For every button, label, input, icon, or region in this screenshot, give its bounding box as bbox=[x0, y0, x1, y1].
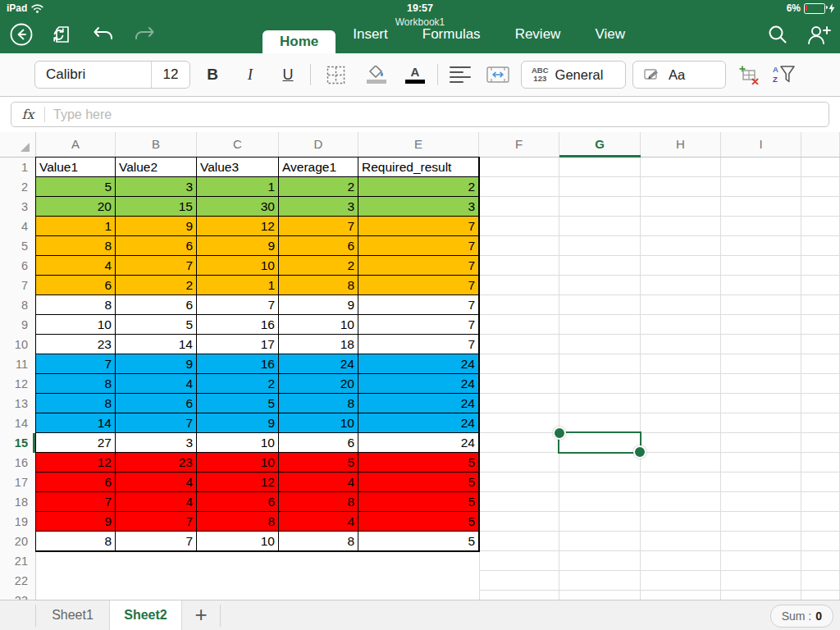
cell[interactable]: 16 bbox=[197, 315, 279, 335]
cell[interactable] bbox=[801, 276, 840, 295]
cell[interactable] bbox=[559, 551, 641, 571]
row-header-1[interactable]: 1 bbox=[0, 158, 35, 177]
cell[interactable] bbox=[559, 177, 641, 197]
cell[interactable]: 6 bbox=[116, 236, 197, 256]
cell[interactable] bbox=[721, 453, 801, 472]
cell[interactable]: 2 bbox=[279, 256, 358, 276]
cell[interactable]: 7 bbox=[358, 315, 479, 335]
cell[interactable]: 7 bbox=[358, 335, 479, 354]
cell[interactable] bbox=[721, 197, 801, 217]
cell[interactable] bbox=[559, 492, 641, 512]
cell[interactable] bbox=[801, 335, 840, 354]
cell[interactable] bbox=[559, 256, 641, 276]
cell[interactable]: 10 bbox=[36, 315, 116, 335]
column-header-partial[interactable] bbox=[801, 132, 840, 157]
cell[interactable] bbox=[801, 532, 840, 551]
cell[interactable]: 10 bbox=[197, 532, 279, 551]
cell[interactable] bbox=[721, 315, 801, 335]
cell[interactable] bbox=[641, 413, 721, 433]
cell[interactable] bbox=[559, 591, 641, 600]
cell[interactable]: 5 bbox=[358, 453, 479, 472]
cell[interactable]: 4 bbox=[36, 256, 116, 276]
cell[interactable]: 6 bbox=[197, 492, 279, 512]
cell[interactable] bbox=[559, 197, 641, 217]
cell[interactable]: 1 bbox=[197, 276, 279, 295]
cell[interactable] bbox=[801, 433, 840, 453]
cell[interactable]: 7 bbox=[358, 236, 479, 256]
cell[interactable]: 24 bbox=[358, 374, 479, 394]
cell[interactable] bbox=[801, 197, 840, 217]
cell[interactable]: 7 bbox=[358, 256, 479, 276]
cell[interactable] bbox=[479, 512, 559, 532]
row-header-16[interactable]: 16 bbox=[0, 453, 35, 472]
cell[interactable]: 1 bbox=[197, 177, 279, 197]
cell[interactable] bbox=[479, 551, 559, 571]
cell[interactable]: 8 bbox=[36, 236, 116, 256]
cell[interactable] bbox=[641, 276, 721, 295]
formula-input[interactable] bbox=[45, 107, 829, 122]
sheet-tab-sheet2[interactable]: Sheet2 bbox=[109, 600, 182, 630]
cell[interactable]: 8 bbox=[279, 394, 358, 413]
column-header-A[interactable]: A bbox=[36, 132, 116, 157]
cell[interactable]: 12 bbox=[197, 472, 279, 492]
cell[interactable]: 4 bbox=[116, 472, 197, 492]
column-header-D[interactable]: D bbox=[279, 132, 358, 157]
cell[interactable] bbox=[641, 177, 721, 197]
cell[interactable]: 14 bbox=[36, 413, 116, 433]
cell[interactable] bbox=[721, 276, 801, 295]
cell[interactable]: 3 bbox=[279, 197, 358, 217]
cell[interactable]: 24 bbox=[358, 433, 479, 453]
cell[interactable] bbox=[721, 433, 801, 453]
align-button[interactable] bbox=[445, 61, 475, 89]
cell[interactable]: 2 bbox=[197, 374, 279, 394]
cell[interactable] bbox=[479, 472, 559, 492]
cell[interactable]: 10 bbox=[197, 433, 279, 453]
cell[interactable] bbox=[479, 295, 559, 315]
row-header-20[interactable]: 20 bbox=[0, 532, 35, 551]
cell[interactable] bbox=[479, 394, 559, 413]
row-header-9[interactable]: 9 bbox=[0, 315, 35, 335]
merge-cells-button[interactable] bbox=[483, 61, 513, 89]
cell[interactable]: 10 bbox=[197, 453, 279, 472]
cell[interactable] bbox=[721, 354, 801, 374]
row-header-23[interactable]: 23 bbox=[0, 591, 35, 600]
cell[interactable] bbox=[801, 453, 840, 472]
cell[interactable]: 8 bbox=[36, 394, 116, 413]
cell[interactable]: 18 bbox=[279, 335, 358, 354]
cell[interactable]: 7 bbox=[116, 256, 197, 276]
cell[interactable]: 8 bbox=[279, 492, 358, 512]
cell[interactable] bbox=[479, 177, 559, 197]
cell[interactable] bbox=[479, 433, 559, 453]
cell[interactable]: 3 bbox=[116, 433, 197, 453]
cell[interactable]: 24 bbox=[279, 354, 358, 374]
cell[interactable] bbox=[479, 571, 559, 591]
cell[interactable] bbox=[479, 217, 559, 236]
cell[interactable]: 3 bbox=[358, 197, 479, 217]
cell[interactable]: Value3 bbox=[197, 158, 279, 177]
cell[interactable] bbox=[721, 236, 801, 256]
cell[interactable] bbox=[641, 492, 721, 512]
cell[interactable]: 2 bbox=[279, 177, 358, 197]
cell[interactable]: 9 bbox=[279, 295, 358, 315]
cell[interactable] bbox=[801, 295, 840, 315]
cell[interactable]: 6 bbox=[116, 295, 197, 315]
ribbon-tab-formulas[interactable]: Formulas bbox=[405, 15, 498, 53]
cell[interactable] bbox=[479, 158, 559, 177]
cell[interactable] bbox=[559, 335, 641, 354]
cell[interactable] bbox=[559, 394, 641, 413]
undo-button[interactable] bbox=[90, 21, 116, 48]
font-color-button[interactable]: A bbox=[400, 61, 430, 89]
row-header-4[interactable]: 4 bbox=[0, 217, 35, 236]
cell[interactable] bbox=[801, 315, 840, 335]
cell[interactable] bbox=[559, 354, 641, 374]
cell[interactable]: 5 bbox=[358, 492, 479, 512]
font-size[interactable]: 12 bbox=[151, 62, 189, 88]
cell[interactable] bbox=[801, 413, 840, 433]
cell[interactable] bbox=[801, 571, 840, 591]
cell[interactable] bbox=[559, 413, 641, 433]
cell[interactable]: 7 bbox=[358, 276, 479, 295]
cell[interactable] bbox=[801, 472, 840, 492]
cell[interactable]: 1 bbox=[36, 217, 116, 236]
cell[interactable]: 10 bbox=[197, 256, 279, 276]
column-header-E[interactable]: E bbox=[358, 132, 479, 157]
